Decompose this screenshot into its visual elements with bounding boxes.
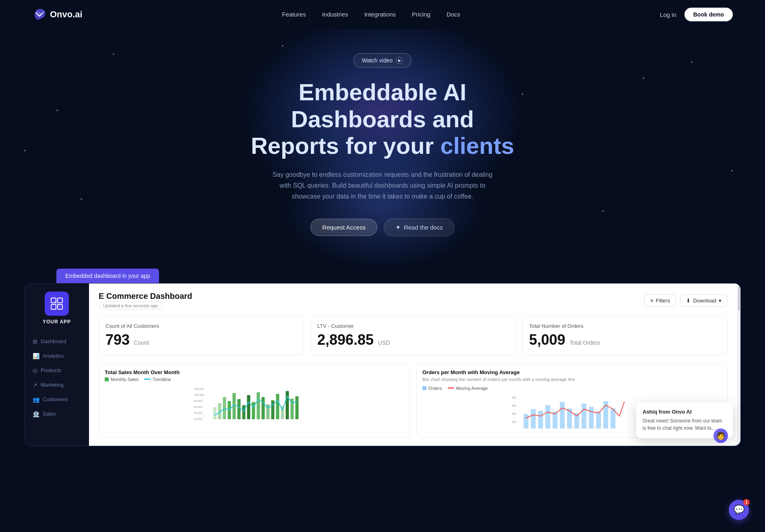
- svg-text:120,000: 120,000: [194, 387, 204, 390]
- hero-section: Watch video ▶ Embeddable AI Dashboards a…: [0, 29, 765, 269]
- sparkle-icon: ✦: [395, 224, 401, 231]
- customers-icon: 👥: [33, 396, 39, 403]
- sidebar-item-sales[interactable]: 🏦 Sales: [25, 407, 89, 421]
- svg-rect-41: [582, 404, 587, 428]
- dashboard-actions: ≡ Filters ⬇ Download ▾: [644, 294, 728, 307]
- charts-row: Total Sales Month Over Month Monthly Sal…: [99, 363, 728, 438]
- sidebar-item-dashboard[interactable]: ⊞ Dashboard: [25, 334, 89, 349]
- kpi-label-customers: Count of All Customers: [105, 323, 297, 329]
- sidebar-item-products[interactable]: ◎ Products: [25, 363, 89, 378]
- kpi-unit-customers: Count: [134, 339, 149, 346]
- svg-text:200: 200: [512, 420, 517, 423]
- sidebar-item-analytics[interactable]: 📊 Analytics: [25, 349, 89, 363]
- svg-rect-1: [58, 298, 62, 303]
- svg-rect-2: [51, 304, 56, 309]
- svg-rect-24: [276, 394, 279, 419]
- sidebar-nav: ⊞ Dashboard 📊 Analytics ◎ Products ↗ Mar…: [25, 334, 89, 421]
- chart-title-sales: Total Sales Month Over Month: [105, 369, 404, 375]
- request-access-button[interactable]: Request Access: [310, 219, 377, 236]
- login-button[interactable]: Log in: [660, 11, 676, 18]
- analytics-icon: 📊: [33, 353, 39, 359]
- dashboard-scrollbar[interactable]: [737, 284, 740, 446]
- nav-docs[interactable]: Docs: [447, 11, 460, 18]
- logo-text: Onvo.ai: [50, 9, 83, 20]
- svg-rect-26: [286, 391, 289, 419]
- legend-moving-avg: Moving Average: [448, 386, 488, 391]
- svg-rect-18: [247, 395, 250, 419]
- kpi-row: Count of All Customers 793 Count LTV - C…: [99, 316, 728, 355]
- legend-trendline: Trendline: [144, 377, 171, 382]
- book-demo-button[interactable]: Book demo: [684, 8, 733, 21]
- sidebar-item-customers[interactable]: 👥 Customers: [25, 392, 89, 407]
- svg-rect-33: [524, 414, 529, 428]
- nav-links: Features Industries Integrations Pricing…: [282, 11, 460, 18]
- hero-buttons: Request Access ✦ Read the docs: [8, 218, 757, 236]
- kpi-card-ltv: LTV - Customer 2,896.85 USD: [310, 316, 516, 355]
- svg-rect-39: [567, 408, 572, 428]
- legend-monthly-sales: Monthly Sales: [105, 377, 139, 382]
- sales-bar-chart: 120,000 100,000 80,000 60,000 40,000 20,…: [105, 385, 404, 421]
- sales-icon: 🏦: [33, 411, 39, 417]
- products-icon: ◎: [33, 367, 37, 374]
- watch-video-button[interactable]: Watch video ▶: [354, 53, 412, 68]
- app-sidebar: YOUR APP ⊞ Dashboard 📊 Analytics ◎ Produ…: [25, 284, 89, 446]
- legend-label-avg: Moving Average: [456, 386, 488, 391]
- chart-title-orders: Orders per Month with Moving Average: [422, 369, 722, 375]
- read-docs-button[interactable]: ✦ Read the docs: [384, 218, 455, 236]
- sidebar-label-analytics: Analytics: [43, 353, 64, 359]
- legend-orders: Orders: [422, 386, 442, 391]
- chat-avatar: 🧑: [713, 428, 728, 443]
- download-icon: ⬇: [686, 298, 691, 304]
- svg-text:20,000: 20,000: [194, 418, 203, 420]
- nav-industries[interactable]: Industries: [322, 11, 348, 18]
- chart-subtitle-orders: Bar chart showing the number of orders p…: [422, 377, 722, 382]
- filters-button[interactable]: ≡ Filters: [644, 294, 676, 307]
- chat-bubble-icon: 💬: [734, 505, 744, 515]
- nav-pricing[interactable]: Pricing: [412, 11, 430, 18]
- svg-text:400: 400: [512, 404, 517, 407]
- svg-rect-20: [257, 392, 260, 419]
- svg-rect-35: [538, 411, 543, 428]
- svg-text:80,000: 80,000: [194, 400, 203, 402]
- dashboard-outer: YOUR APP ⊞ Dashboard 📊 Analytics ◎ Produ…: [24, 283, 741, 446]
- sidebar-label-dashboard: Dashboard: [41, 338, 66, 344]
- hero-title-part2: Reports for your: [251, 132, 440, 159]
- kpi-card-customers: Count of All Customers 793 Count: [99, 316, 304, 355]
- nav-features[interactable]: Features: [282, 11, 306, 18]
- watch-video-label: Watch video: [362, 57, 393, 64]
- dot: [282, 45, 283, 47]
- hero-content: Watch video ▶ Embeddable AI Dashboards a…: [8, 53, 757, 236]
- svg-rect-34: [531, 409, 536, 428]
- filter-icon: ≡: [650, 298, 653, 304]
- chart-legend-sales: Monthly Sales Trendline: [105, 377, 404, 382]
- svg-text:60,000: 60,000: [194, 406, 203, 408]
- play-icon: ▶: [396, 57, 403, 64]
- dashboard-updated: Updated a few seconds ago: [99, 302, 162, 310]
- sidebar-label-marketing: Marketing: [41, 382, 64, 388]
- nav-integrations[interactable]: Integrations: [364, 11, 396, 18]
- download-label: Download: [693, 298, 716, 304]
- dashboard-title: E Commerce Dashboard: [99, 292, 192, 301]
- chart-card-sales: Total Sales Month Over Month Monthly Sal…: [99, 363, 410, 438]
- svg-rect-43: [596, 412, 601, 428]
- download-button[interactable]: ⬇ Download ▾: [680, 294, 728, 307]
- hero-title: Embeddable AI Dashboards and Reports for…: [229, 79, 536, 159]
- your-app-label: YOUR APP: [43, 319, 71, 325]
- sidebar-item-marketing[interactable]: ↗ Marketing: [25, 378, 89, 392]
- kpi-unit-orders: Total Orders: [570, 339, 600, 346]
- chat-agent-name: Ashiq from Onvo AI: [643, 409, 726, 415]
- chat-bubble-button[interactable]: 💬 1: [729, 500, 749, 520]
- hero-subtitle: Say goodbye to endless customization req…: [270, 169, 495, 202]
- svg-text:100,000: 100,000: [194, 393, 204, 396]
- logo[interactable]: Onvo.ai: [32, 7, 83, 22]
- kpi-label-ltv: LTV - Customer: [317, 323, 509, 329]
- sidebar-label-customers: Customers: [43, 396, 68, 402]
- kpi-number-orders: 5,009: [529, 331, 565, 348]
- kpi-value-customers: 793 Count: [105, 331, 297, 348]
- svg-rect-23: [271, 400, 275, 419]
- svg-rect-28: [296, 396, 299, 419]
- filters-label: Filters: [656, 298, 670, 304]
- dashboard-section: Embedded dashboard in your app YOUR APP …: [0, 269, 765, 462]
- svg-text:300: 300: [512, 412, 517, 415]
- legend-label-sales: Monthly Sales: [111, 377, 139, 382]
